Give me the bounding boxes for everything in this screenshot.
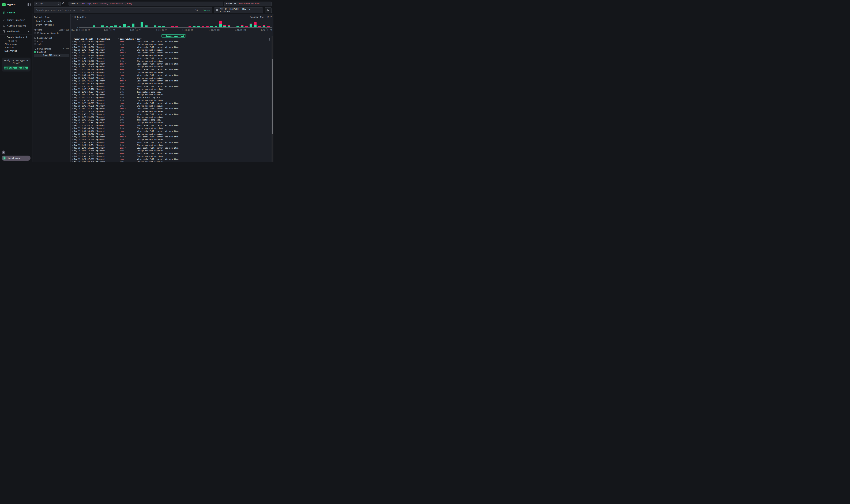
expand-row-chevron-icon[interactable]: [72, 142, 73, 143]
table-row[interactable]: May 15 1:42:26.920 PMpaymentinfoCharge r…: [71, 60, 271, 62]
histogram-bar[interactable]: [188, 26, 191, 28]
table-row[interactable]: May 15 1:41:25.370 PMpaymentinfoCharge r…: [71, 110, 271, 113]
expand-row-chevron-icon[interactable]: [72, 105, 73, 107]
table-row[interactable]: May 15 1:41:21.678 PMpaymenterrorVisa ca…: [71, 113, 271, 116]
histogram-bar[interactable]: [263, 25, 265, 28]
expand-row-chevron-icon[interactable]: [72, 159, 73, 160]
tab-event-patterns[interactable]: Event Patterns: [34, 23, 69, 27]
histogram-bar[interactable]: [210, 26, 213, 28]
expand-row-chevron-icon[interactable]: [72, 145, 73, 146]
expand-row-chevron-icon[interactable]: [72, 161, 73, 162]
gear-icon[interactable]: ⚙: [62, 2, 65, 5]
table-row[interactable]: May 15 1:40:10.597 PMpaymentinfoCharge r…: [71, 155, 271, 158]
lucene-toggle[interactable]: Lucene: [203, 9, 210, 12]
histogram-bar[interactable]: [202, 26, 204, 28]
expand-row-chevron-icon[interactable]: [72, 66, 73, 67]
preset-services[interactable]: Services: [0, 47, 33, 49]
table-row[interactable]: May 15 1:42:05.460 PMpaymenterrorVisa ca…: [71, 68, 271, 71]
table-row[interactable]: May 15 1:41:53.260 PMpaymentinfoCharge r…: [71, 93, 271, 96]
run-query-button[interactable]: [265, 7, 272, 13]
filter-option-label[interactable]: payment: [37, 51, 46, 53]
expand-row-chevron-icon[interactable]: [72, 147, 73, 148]
expand-row-chevron-icon[interactable]: [72, 139, 73, 140]
sidebar-item-client-sessions[interactable]: Client Sessions: [0, 23, 33, 28]
expand-row-chevron-icon[interactable]: [72, 153, 73, 154]
table-row[interactable]: May 15 1:40:38.462 PMpaymentinfoCharge r…: [71, 133, 271, 136]
expand-row-chevron-icon[interactable]: [72, 111, 73, 112]
expand-row-chevron-icon[interactable]: [72, 128, 73, 129]
expand-row-chevron-icon[interactable]: [72, 80, 73, 82]
more-filters-button[interactable]: More filters: [34, 54, 69, 57]
histogram-bar[interactable]: [110, 26, 113, 28]
table-row[interactable]: May 15 1:40:44.546 PMpaymentinfoCharge r…: [71, 127, 271, 130]
sql-toggle[interactable]: SQL: [195, 9, 199, 12]
column-header-timestamp[interactable]: Timestamp (Local): [74, 38, 93, 40]
expand-row-chevron-icon[interactable]: [72, 91, 73, 93]
results-scrollbar-track[interactable]: [272, 36, 273, 162]
table-row[interactable]: May 15 1:41:14.373 PMpaymentinfoTransact…: [71, 119, 271, 121]
histogram-bar[interactable]: [176, 26, 178, 28]
column-resize-handle-icon[interactable]: [135, 38, 136, 40]
histogram-bar[interactable]: [132, 23, 134, 28]
source-select[interactable]: Logs: [34, 2, 61, 6]
histogram-bar[interactable]: [127, 26, 130, 28]
search-input[interactable]: Search your events w/ Lucene ex. column:…: [34, 7, 212, 13]
column-header-severitytext[interactable]: SeverityText: [120, 38, 133, 40]
histogram-bar[interactable]: [123, 24, 126, 28]
histogram-bar[interactable]: [162, 26, 165, 28]
sidebar-item-search[interactable]: Search: [0, 11, 33, 15]
expand-row-chevron-icon[interactable]: [72, 133, 73, 134]
help-button[interactable]: ?: [2, 150, 5, 154]
preset-clickhouse[interactable]: Clickhouse: [0, 43, 33, 46]
table-row[interactable]: May 15 1:42:43.360 PMpaymenterrorVisa ca…: [71, 46, 271, 49]
histogram-bar[interactable]: [106, 26, 108, 28]
column-header-body[interactable]: Body: [137, 38, 142, 40]
info-checkbox[interactable]: [34, 43, 36, 45]
resume-live-tail-button[interactable]: Resume Live Tail: [161, 34, 186, 37]
table-row[interactable]: May 15 1:42:04.392 PMpaymenterrorVisa ca…: [71, 74, 271, 77]
table-row[interactable]: May 15 1:42:13.055 PMpaymenterrorVisa ca…: [71, 62, 271, 66]
histogram-bar[interactable]: [206, 26, 209, 28]
denoise-checkbox[interactable]: [34, 32, 36, 34]
histogram-bar[interactable]: [158, 26, 161, 28]
expand-row-chevron-icon[interactable]: [72, 77, 73, 79]
table-row[interactable]: May 15 1:41:21.652 PMpaymentinfoCharge r…: [71, 116, 271, 119]
histogram-bar[interactable]: [223, 25, 226, 28]
expand-row-chevron-icon[interactable]: [72, 60, 73, 62]
presets-toggle[interactable]: PRESETS: [0, 40, 33, 42]
histogram-bar[interactable]: [215, 26, 217, 28]
sidebar-item-dashboards[interactable]: Dashboards: [0, 29, 33, 34]
table-row[interactable]: May 15 1:41:53.274 PMpaymentinfoTransact…: [71, 91, 271, 93]
expand-row-chevron-icon[interactable]: [72, 100, 73, 101]
expand-row-chevron-icon[interactable]: [72, 122, 73, 123]
filter-option-label[interactable]: error: [37, 40, 43, 42]
select-clause-input[interactable]: SELECT Timestamp , ServiceName, Severity…: [69, 2, 223, 6]
histogram-bar[interactable]: [84, 27, 87, 28]
histogram-bar[interactable]: [250, 23, 252, 28]
table-row[interactable]: May 15 1:40:26.444 PMpaymentinfoCharge r…: [71, 138, 271, 141]
table-row[interactable]: May 15 1:40:14.505 PMpaymentinfoCharge r…: [71, 149, 271, 152]
create-dashboard-button[interactable]: + Create Dashboard: [0, 36, 33, 38]
histogram-bar[interactable]: [119, 26, 121, 28]
preset-kubernetes[interactable]: Kubernetes: [0, 50, 33, 52]
error-checkbox[interactable]: [34, 40, 36, 42]
table-row[interactable]: May 15 1:42:01.824 PMpaymenterrorVisa ca…: [71, 79, 271, 82]
histogram-bar[interactable]: [141, 22, 143, 28]
expand-row-chevron-icon[interactable]: [72, 72, 73, 73]
date-range-picker[interactable]: May 15 13:32:00 - May 15 13:43:00: [214, 7, 263, 13]
histogram-bar[interactable]: [93, 25, 95, 28]
table-row[interactable]: May 15 1:41:14.361 PMpaymentinfoCharge r…: [71, 121, 271, 124]
table-row[interactable]: May 15 1:42:01.814 PMpaymentinfoCharge r…: [71, 82, 271, 85]
histogram-bar[interactable]: [193, 26, 196, 28]
table-row[interactable]: May 15 1:41:30.275 PMpaymentinfoCharge r…: [71, 105, 271, 107]
expand-row-chevron-icon[interactable]: [72, 114, 73, 115]
table-row[interactable]: May 15 1:40:44.563 PMpaymenterrorVisa ca…: [71, 124, 271, 127]
histogram-bar[interactable]: [153, 25, 156, 28]
table-row[interactable]: May 15 1:41:30.283 PMpaymenterrorVisa ca…: [71, 102, 271, 105]
expand-row-chevron-icon[interactable]: [72, 103, 73, 104]
expand-row-chevron-icon[interactable]: [72, 83, 73, 84]
histogram-bar[interactable]: [254, 22, 256, 28]
histogram-bar[interactable]: [241, 25, 243, 28]
expand-row-chevron-icon[interactable]: [72, 55, 73, 56]
tab-results-table[interactable]: Results Table: [34, 19, 69, 23]
